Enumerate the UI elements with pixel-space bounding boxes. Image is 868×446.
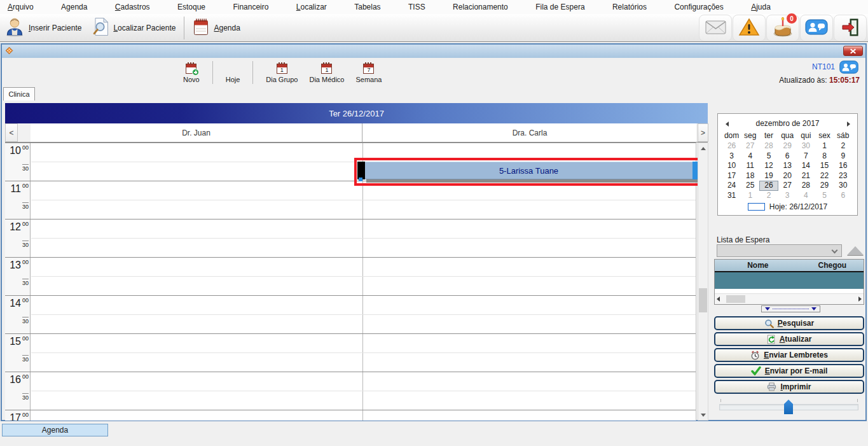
prev-column-button[interactable]: <	[5, 123, 18, 142]
appointment-bar[interactable]: 5-Larissa Tuane	[357, 162, 698, 179]
waitlist-hscrollbar[interactable]	[715, 293, 864, 304]
calendar-day[interactable]: 20	[778, 171, 797, 181]
tab-clinica[interactable]: Clinica	[3, 87, 35, 101]
calendar-day[interactable]: 27	[778, 181, 797, 191]
menu-item-estoque[interactable]: Estoque	[175, 1, 208, 13]
waitlist-col-chegou[interactable]: Chegou	[801, 260, 864, 271]
calendar-day[interactable]: 16	[834, 161, 852, 171]
calendar-day[interactable]: 13	[778, 161, 797, 171]
calendar-day[interactable]: 9	[834, 151, 852, 162]
agenda-button[interactable]: Agenda	[188, 15, 245, 41]
dia-grupo-button[interactable]: 1Dia Grupo	[260, 59, 303, 86]
find-patient-button[interactable]: Localizar Paciente	[86, 15, 181, 41]
right-arrow-icon[interactable]	[858, 296, 862, 302]
calendar-day[interactable]: 28	[797, 181, 815, 191]
pesquisar-button[interactable]: Pesquisar	[714, 316, 864, 330]
calendar-day[interactable]: 25	[741, 181, 759, 191]
calendar-day[interactable]: 17	[722, 171, 741, 181]
next-month-button[interactable]	[844, 120, 852, 128]
menu-item-fila-de-espera[interactable]: Fila de Espera	[533, 1, 587, 13]
scroll-down-button[interactable]	[698, 410, 708, 420]
calendar-day[interactable]: 6	[778, 151, 797, 162]
zoom-slider-thumb[interactable]	[784, 400, 793, 414]
menu-item-localizar[interactable]: Localizar	[294, 1, 329, 13]
calendar-day[interactable]: 10	[722, 161, 741, 171]
chat-mini-button[interactable]	[838, 60, 860, 74]
today-row[interactable]: Hoje: 26/12/2017	[718, 202, 857, 211]
hscroll-thumb[interactable]	[726, 295, 745, 303]
menu-item-tabelas[interactable]: Tabelas	[352, 1, 383, 13]
calendar-day[interactable]: 8	[815, 151, 834, 162]
vertical-scrollbar[interactable]	[698, 143, 708, 421]
waitlist-selected-row[interactable]	[715, 272, 864, 289]
calendar-day[interactable]: 5	[815, 191, 834, 201]
collapse-triangle-button[interactable]	[847, 246, 864, 255]
calendar-day[interactable]: 3	[722, 151, 741, 162]
calendar-day[interactable]: 21	[797, 171, 815, 181]
imprimir-button[interactable]: Imprimir	[714, 380, 864, 394]
calendar-day[interactable]: 29	[778, 141, 797, 151]
hoje-button[interactable]: Hoje	[220, 59, 246, 86]
calendar-day[interactable]: 19	[759, 171, 778, 181]
warning-button[interactable]	[733, 15, 766, 41]
mail-button[interactable]	[699, 15, 732, 41]
calendar-day[interactable]: 6	[834, 191, 852, 201]
calendar-day[interactable]: 28	[759, 141, 778, 151]
calendar-day[interactable]: 26	[722, 141, 741, 151]
menu-item-relatorios[interactable]: Relatórios	[610, 1, 649, 13]
dia-medico-button[interactable]: 1Dia Médico	[303, 59, 350, 86]
waitlist-dropdown[interactable]	[717, 244, 842, 257]
appointment-label[interactable]: 5-Larissa Tuane	[365, 162, 692, 179]
calendar-day[interactable]: 2	[834, 141, 852, 151]
scroll-up-button[interactable]	[698, 143, 708, 153]
chat-button[interactable]	[800, 15, 833, 41]
calendar-day[interactable]: 7	[797, 151, 815, 162]
waitlist-col-nome[interactable]: Nome	[715, 260, 801, 271]
calendar-day[interactable]: 22	[815, 171, 834, 181]
calendar-day[interactable]: 18	[741, 171, 759, 181]
calendar-day[interactable]: 1	[815, 141, 834, 151]
menu-item-agenda[interactable]: Agenda	[59, 1, 90, 13]
calendar-day[interactable]: 14	[797, 161, 815, 171]
bottom-tab-agenda[interactable]: Agenda	[2, 424, 108, 436]
menu-item-arquivo[interactable]: Arquivo	[5, 1, 36, 13]
atualizar-button[interactable]: Atualizar	[714, 332, 864, 346]
calendar-day[interactable]: 30	[834, 181, 852, 191]
calendar-day[interactable]: 4	[741, 151, 759, 162]
calendar-day[interactable]: 15	[815, 161, 834, 171]
enviar-lembretes-button[interactable]: Enviar Lembretes	[714, 348, 864, 362]
close-button[interactable]	[843, 46, 863, 56]
column-header-dr-juan[interactable]: Dr. Juan	[31, 123, 362, 142]
calendar-day[interactable]: 30	[797, 141, 815, 151]
calendar-day-selected[interactable]: 26	[759, 181, 778, 191]
calendar-day[interactable]: 3	[778, 191, 797, 201]
splitter-handle[interactable]	[761, 305, 820, 312]
semana-button[interactable]: 7Semana	[350, 59, 387, 86]
calendar-day[interactable]: 27	[741, 141, 759, 151]
column-header-dra-carla[interactable]: Dra. Carla	[363, 123, 696, 142]
menu-item-financeiro[interactable]: Financeiro	[230, 1, 271, 13]
menu-item-cadastros[interactable]: Cadastros	[113, 1, 153, 13]
menu-item-tiss[interactable]: TISS	[406, 1, 428, 13]
prev-month-button[interactable]	[723, 120, 731, 128]
calendar-day[interactable]: 31	[722, 191, 741, 201]
exit-button[interactable]	[834, 15, 867, 41]
scrollbar-thumb[interactable]	[699, 288, 707, 312]
menu-item-ajuda[interactable]: Ajuda	[748, 1, 773, 13]
novo-button[interactable]: Novo	[177, 59, 205, 86]
appointment-highlight[interactable]: 5-Larissa Tuane	[354, 158, 701, 186]
calendar-day[interactable]: 29	[815, 181, 834, 191]
calendar-day[interactable]: 4	[797, 191, 815, 201]
menu-item-relacionamento[interactable]: Relacionamento	[450, 1, 511, 13]
calendar-day[interactable]: 2	[759, 191, 778, 201]
next-column-button[interactable]: >	[698, 123, 708, 142]
calendar-day[interactable]: 5	[759, 151, 778, 162]
calendar-day[interactable]: 24	[722, 181, 741, 191]
insert-patient-button[interactable]: Inserir Paciente	[0, 15, 86, 41]
calendar-day[interactable]: 1	[741, 191, 759, 201]
calendar-day[interactable]: 12	[759, 161, 778, 171]
calendar-day[interactable]: 11	[741, 161, 759, 171]
enviar-por-e-mail-button[interactable]: Enviar por E-mail	[714, 364, 864, 378]
birthday-button[interactable]: 0	[766, 15, 799, 41]
calendar-day[interactable]: 23	[834, 171, 852, 181]
